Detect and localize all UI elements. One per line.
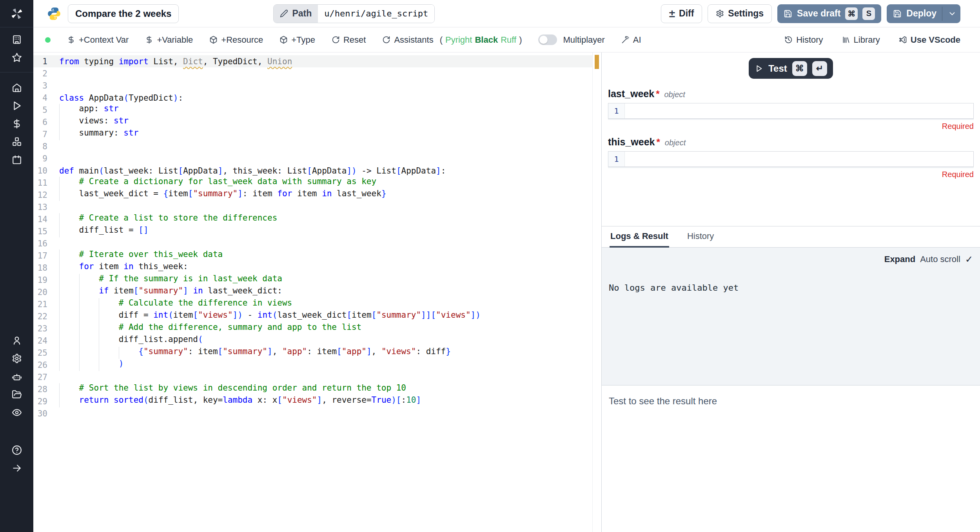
code-line[interactable]: 12last_week_dict = {item["summary"]: ite… [33,189,601,201]
arg-input[interactable] [625,152,973,166]
code-line[interactable]: 27 [33,371,601,383]
sidebar-item-workers[interactable] [0,367,33,385]
sidebar-item-runs[interactable] [0,97,33,115]
test-panel: Test ⌘ ↵ last_week* object 1 Required [601,52,980,532]
sidebar-item-expand[interactable] [0,459,33,477]
code-line[interactable]: 4class AppData(TypedDict): [33,92,601,104]
line-number: 17 [33,251,47,261]
code-line[interactable]: 1from typing import List, Dict, TypedDic… [33,55,601,67]
assistants-button[interactable]: Assistants [382,35,433,45]
add-variable-button[interactable]: +Variable [145,35,193,45]
chevron-down-icon[interactable] [948,9,956,18]
code-line[interactable]: 5app: str [33,104,601,116]
path-badge[interactable]: Path u/henri/agile_script [273,4,435,23]
code-line[interactable]: 25{"summary": item["summary"], "app": it… [33,347,601,359]
code-line[interactable]: 13 [33,201,601,213]
code-line[interactable]: 7summary: str [33,128,601,140]
code-line[interactable]: 29return sorted(diff_list, key=lambda x:… [33,395,601,407]
sidebar-item-folders[interactable] [0,385,33,404]
gear-icon [12,353,22,364]
autoscroll-check[interactable]: ✓ [965,254,973,265]
arg-editor[interactable]: 1 [608,103,974,119]
code-line[interactable]: 26) [33,359,601,371]
arg-input[interactable] [625,103,973,118]
code-line[interactable]: 10def main(last_week: List[AppData], thi… [33,165,601,177]
code-line[interactable]: 17# Iterate over this_week data [33,250,601,262]
sidebar-item-schedules[interactable] [0,151,33,169]
deploy-button[interactable]: Deploy [887,4,960,23]
line-number: 15 [33,227,47,236]
multiplayer-toggle[interactable] [538,34,557,45]
sidebar-item-home[interactable] [0,79,33,97]
sidebar-item-audit-logs[interactable] [0,404,33,422]
expand-button[interactable]: Expand [884,254,915,264]
code-line[interactable]: 6views: str [33,116,601,128]
eye-icon [12,407,22,418]
required-label: Required [608,170,974,179]
tab-logs-result[interactable]: Logs & Result [610,226,669,248]
settings-button[interactable]: Settings [708,4,772,23]
multiplayer-label: Multiplayer [563,35,604,45]
code-line[interactable]: 9 [33,152,601,165]
arg-editor[interactable]: 1 [608,151,974,167]
save-icon [784,9,792,18]
diff-button[interactable]: ± Diff [661,4,702,23]
overview-ruler[interactable] [592,52,601,532]
sidebar-item-help[interactable] [0,441,33,459]
vscode-icon [899,36,907,44]
code-line[interactable]: 3 [33,80,601,92]
code-line[interactable]: 20if item["summary"] in last_week_dict: [33,286,601,298]
line-number: 21 [33,300,47,309]
ai-button[interactable]: AI [621,35,641,45]
history-button[interactable]: History [784,35,823,45]
add-type-button[interactable]: +Type [279,35,315,45]
code-line[interactable]: 18for item in this_week: [33,262,601,274]
script-title-input[interactable]: Compare the 2 weeks [68,4,179,23]
kbd-s: S [862,7,875,20]
path-value[interactable]: u/henri/agile_script [318,5,434,23]
autoscroll-label[interactable]: Auto scroll [920,254,960,264]
line-number: 11 [33,178,47,188]
sidebar-item-resources[interactable] [0,133,33,151]
code-line[interactable]: 2 [33,67,601,80]
code-editor[interactable]: 1from typing import List, Dict, TypedDic… [33,52,601,532]
sidebar-item-workspace[interactable] [0,31,33,49]
home-icon [12,83,22,93]
code-line[interactable]: 23# Add the difference, summary and app … [33,322,601,335]
library-button[interactable]: Library [842,35,880,45]
robot-icon [12,371,22,382]
code-line[interactable]: 19# If the summary is in last_week data [33,274,601,286]
path-label-segment[interactable]: Path [274,5,318,23]
code-line[interactable]: 22diff = int(item["views"]) - int(last_w… [33,310,601,322]
code-line[interactable]: 30 [33,407,601,420]
test-button[interactable]: Test ⌘ ↵ [749,58,833,79]
sidebar-item-settings[interactable] [0,349,33,367]
add-context-var-button[interactable]: +Context Var [67,35,129,45]
save-draft-label: Save draft [797,8,840,19]
arg-name: last_week [608,88,654,100]
arg-gutter: 1 [608,103,625,118]
code-line[interactable]: 11# Create a dictionary for last_week da… [33,177,601,189]
sidebar [0,0,33,532]
windmill-logo[interactable] [0,0,33,27]
code-line[interactable]: 15diff_list = [] [33,225,601,237]
reset-button[interactable]: Reset [332,35,366,45]
vscode-button[interactable]: Use VScode [899,35,960,45]
sidebar-item-favorites[interactable] [0,49,33,67]
code-line[interactable]: 24diff_list.append( [33,335,601,347]
tab-history[interactable]: History [686,226,715,248]
add-resource-button[interactable]: +Resource [209,35,263,45]
sidebar-item-users[interactable] [0,331,33,349]
code-line[interactable]: 28# Sort the list by views in descending… [33,383,601,395]
code-line[interactable]: 16 [33,237,601,250]
code-line[interactable]: 21# Calculate the difference in views [33,298,601,310]
save-draft-button[interactable]: Save draft ⌘ S [777,4,881,23]
sidebar-item-variables[interactable] [0,115,33,133]
line-number: 2 [33,69,47,78]
black-status: Black [475,35,498,45]
code-line[interactable]: 14# Create a list to store the differenc… [33,213,601,225]
line-number: 4 [33,93,47,103]
line-number: 16 [33,239,47,248]
code-line[interactable]: 8 [33,140,601,152]
star-icon [12,52,22,63]
